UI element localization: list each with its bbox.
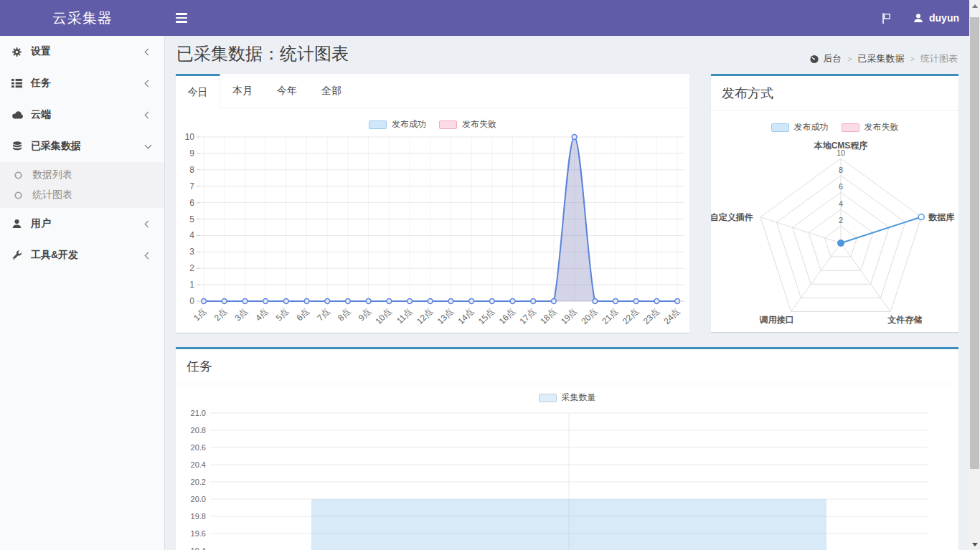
breadcrumb-separator: > — [910, 54, 915, 63]
breadcrumb-current: 统计图表 — [920, 52, 958, 65]
legend-item[interactable]: 发布成功 — [771, 121, 829, 133]
svg-text:6: 6 — [839, 182, 843, 191]
legend-item[interactable]: 采集数量 — [539, 392, 596, 404]
svg-text:9: 9 — [189, 148, 194, 158]
svg-text:4: 4 — [189, 230, 194, 240]
user-menu[interactable]: duyun — [913, 12, 959, 24]
svg-text:6点: 6点 — [295, 306, 311, 323]
gear-icon — [11, 47, 23, 57]
svg-text:1点: 1点 — [192, 306, 208, 323]
svg-text:5点: 5点 — [274, 306, 291, 323]
panel-title: 任务 — [176, 349, 958, 384]
sidebar-item-data-list[interactable]: 数据列表 — [0, 165, 164, 185]
window-scrollbar — [969, 0, 980, 550]
circle-o-icon — [12, 171, 24, 179]
panel-title: 发布方式 — [711, 76, 958, 111]
svg-text:23点: 23点 — [641, 306, 661, 326]
database-icon — [11, 141, 23, 152]
svg-text:2点: 2点 — [212, 306, 229, 323]
svg-text:1: 1 — [189, 280, 194, 290]
svg-text:4点: 4点 — [253, 306, 270, 323]
svg-text:7点: 7点 — [315, 306, 331, 323]
sidebar-item-collected-data[interactable]: 已采集数据 — [0, 131, 164, 162]
svg-text:9点: 9点 — [357, 306, 373, 323]
tab-this-month[interactable]: 本月 — [220, 74, 265, 108]
svg-text:12点: 12点 — [415, 306, 435, 326]
chevron-left-icon — [145, 111, 152, 118]
svg-text:8点: 8点 — [336, 306, 352, 323]
navbar-right: duyun — [881, 0, 959, 36]
svg-text:20.6: 20.6 — [191, 443, 206, 452]
publish-stats-panel: 今日 本月 今年 全部 发布成功发布失败 0123456789101点2点3点4… — [176, 74, 689, 333]
svg-text:20.0: 20.0 — [191, 495, 206, 503]
svg-text:24点: 24点 — [661, 306, 682, 326]
svg-text:19.8: 19.8 — [191, 512, 206, 521]
tab-all[interactable]: 全部 — [309, 74, 354, 108]
svg-text:0: 0 — [189, 296, 194, 306]
svg-text:15点: 15点 — [476, 306, 496, 326]
legend-item[interactable]: 发布失败 — [439, 118, 496, 131]
scrollbar-up-arrow[interactable] — [969, 0, 980, 11]
svg-text:14点: 14点 — [456, 306, 476, 326]
hamburger-icon — [176, 13, 187, 15]
svg-text:自定义插件: 自定义插件 — [711, 212, 753, 222]
svg-text:22点: 22点 — [621, 306, 641, 326]
scrollbar-down-arrow[interactable] — [969, 539, 980, 550]
sidebar-item-cloud[interactable]: 云端 — [0, 99, 164, 131]
svg-text:20.4: 20.4 — [191, 460, 206, 469]
chevron-left-icon — [145, 80, 152, 87]
svg-text:7: 7 — [189, 181, 194, 191]
collected-data-submenu: 数据列表 统计图表 — [0, 162, 164, 208]
page-title: 已采集数据：统计图表 — [176, 42, 349, 65]
svg-text:8: 8 — [189, 165, 194, 175]
breadcrumb-home[interactable]: 后台 — [809, 52, 842, 65]
task-list-icon — [11, 78, 23, 88]
svg-text:文件存储: 文件存储 — [887, 315, 922, 325]
user-icon — [11, 219, 23, 229]
svg-text:5: 5 — [189, 214, 194, 224]
dashboard-gauge-icon — [809, 54, 819, 64]
period-tabs: 今日 本月 今年 全部 — [176, 74, 689, 108]
brand-logo[interactable]: 云采集器 — [0, 0, 165, 36]
svg-text:19.4: 19.4 — [191, 546, 206, 550]
svg-text:21点: 21点 — [600, 306, 620, 326]
wrench-icon — [11, 250, 23, 261]
tab-this-year[interactable]: 今年 — [265, 74, 309, 108]
sidebar-item-tools-dev[interactable]: 工具&开发 — [0, 240, 164, 271]
svg-text:4: 4 — [839, 199, 843, 208]
svg-text:13点: 13点 — [435, 306, 456, 326]
breadcrumb: 后台 > 已采集数据 > 统计图表 — [809, 52, 958, 65]
publish-method-panel: 发布方式 发布成功发布失败 246810本地CMS程序数据库文件存储调用接口自定… — [711, 74, 958, 332]
username: duyun — [929, 12, 959, 24]
svg-text:19点: 19点 — [559, 306, 579, 326]
flag-icon[interactable] — [881, 12, 892, 24]
sidebar-item-settings[interactable]: 设置 — [0, 36, 164, 67]
svg-text:20.2: 20.2 — [191, 478, 206, 486]
main-content: 已采集数据：统计图表 后台 > 已采集数据 > 统计图表 今日 本月 今年 全部… — [166, 36, 969, 550]
chevron-left-icon — [145, 48, 152, 55]
svg-text:11点: 11点 — [395, 306, 414, 326]
circle-o-icon — [12, 191, 24, 199]
tab-today[interactable]: 今日 — [176, 74, 220, 108]
svg-text:20点: 20点 — [580, 306, 600, 326]
svg-text:16点: 16点 — [497, 306, 517, 326]
svg-text:10点: 10点 — [374, 306, 394, 326]
svg-text:19.6: 19.6 — [191, 529, 206, 538]
sidebar-item-tasks[interactable]: 任务 — [0, 67, 164, 99]
sidebar-item-stats-charts[interactable]: 统计图表 — [0, 185, 164, 205]
chevron-left-icon — [145, 220, 152, 227]
svg-text:调用接口: 调用接口 — [759, 315, 794, 325]
sidebar-toggle-button[interactable] — [165, 0, 198, 36]
svg-text:6: 6 — [189, 198, 194, 208]
sidebar-item-users[interactable]: 用户 — [0, 208, 164, 240]
chevron-down-icon — [145, 142, 152, 149]
legend-item[interactable]: 发布失败 — [842, 121, 899, 133]
tasks-panel: 任务 采集数量 21.020.820.620.420.220.019.819.6… — [176, 347, 958, 550]
scrollbar-thumb[interactable] — [970, 17, 979, 469]
chevron-left-icon — [145, 252, 152, 259]
sidebar: 设置 任务 云端 — [0, 36, 165, 550]
bar-chart-legend: 采集数量 — [176, 392, 958, 404]
svg-text:2: 2 — [189, 263, 194, 273]
legend-item[interactable]: 发布成功 — [369, 118, 426, 131]
breadcrumb-collected-data[interactable]: 已采集数据 — [858, 52, 905, 65]
